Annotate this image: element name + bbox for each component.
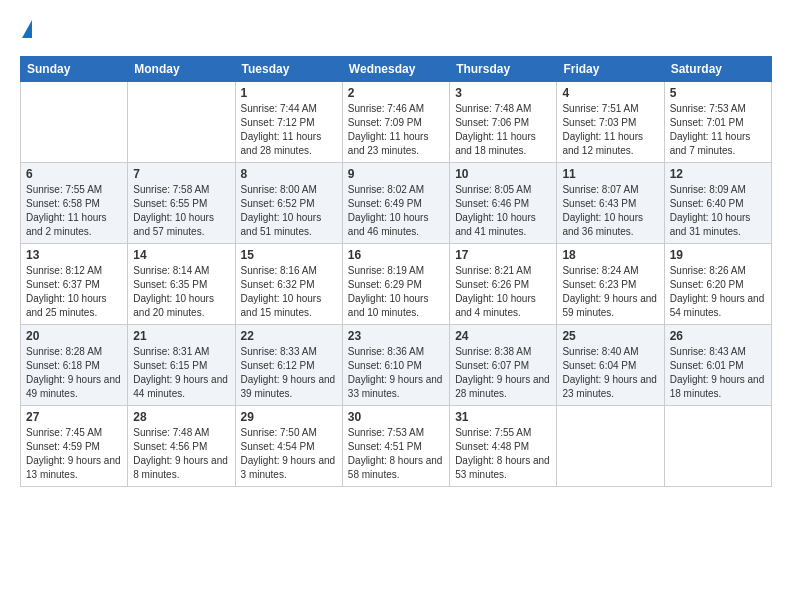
calendar-day-cell: 18Sunrise: 8:24 AMSunset: 6:23 PMDayligh…: [557, 244, 664, 325]
day-number: 7: [133, 167, 229, 181]
day-info: Sunrise: 7:58 AMSunset: 6:55 PMDaylight:…: [133, 183, 229, 239]
day-number: 12: [670, 167, 766, 181]
day-info: Sunrise: 7:55 AMSunset: 4:48 PMDaylight:…: [455, 426, 551, 482]
calendar-day-cell: 3Sunrise: 7:48 AMSunset: 7:06 PMDaylight…: [450, 82, 557, 163]
day-number: 17: [455, 248, 551, 262]
day-info: Sunrise: 7:55 AMSunset: 6:58 PMDaylight:…: [26, 183, 122, 239]
calendar-header-row: SundayMondayTuesdayWednesdayThursdayFrid…: [21, 57, 772, 82]
day-info: Sunrise: 8:36 AMSunset: 6:10 PMDaylight:…: [348, 345, 444, 401]
day-number: 1: [241, 86, 337, 100]
weekday-header: Friday: [557, 57, 664, 82]
day-number: 8: [241, 167, 337, 181]
calendar-day-cell: 9Sunrise: 8:02 AMSunset: 6:49 PMDaylight…: [342, 163, 449, 244]
calendar-day-cell: 23Sunrise: 8:36 AMSunset: 6:10 PMDayligh…: [342, 325, 449, 406]
calendar-day-cell: 22Sunrise: 8:33 AMSunset: 6:12 PMDayligh…: [235, 325, 342, 406]
calendar-day-cell: 28Sunrise: 7:48 AMSunset: 4:56 PMDayligh…: [128, 406, 235, 487]
day-number: 13: [26, 248, 122, 262]
weekday-header: Tuesday: [235, 57, 342, 82]
day-number: 2: [348, 86, 444, 100]
day-number: 30: [348, 410, 444, 424]
calendar-week-row: 20Sunrise: 8:28 AMSunset: 6:18 PMDayligh…: [21, 325, 772, 406]
day-number: 18: [562, 248, 658, 262]
day-info: Sunrise: 7:53 AMSunset: 4:51 PMDaylight:…: [348, 426, 444, 482]
page-header: [20, 20, 772, 40]
day-info: Sunrise: 7:48 AMSunset: 4:56 PMDaylight:…: [133, 426, 229, 482]
day-info: Sunrise: 7:46 AMSunset: 7:09 PMDaylight:…: [348, 102, 444, 158]
day-number: 15: [241, 248, 337, 262]
calendar-day-cell: 7Sunrise: 7:58 AMSunset: 6:55 PMDaylight…: [128, 163, 235, 244]
day-number: 19: [670, 248, 766, 262]
day-info: Sunrise: 8:16 AMSunset: 6:32 PMDaylight:…: [241, 264, 337, 320]
day-info: Sunrise: 8:31 AMSunset: 6:15 PMDaylight:…: [133, 345, 229, 401]
calendar-day-cell: 20Sunrise: 8:28 AMSunset: 6:18 PMDayligh…: [21, 325, 128, 406]
day-info: Sunrise: 8:19 AMSunset: 6:29 PMDaylight:…: [348, 264, 444, 320]
calendar-day-cell: 5Sunrise: 7:53 AMSunset: 7:01 PMDaylight…: [664, 82, 771, 163]
calendar-day-cell: 30Sunrise: 7:53 AMSunset: 4:51 PMDayligh…: [342, 406, 449, 487]
day-number: 28: [133, 410, 229, 424]
calendar-day-cell: 19Sunrise: 8:26 AMSunset: 6:20 PMDayligh…: [664, 244, 771, 325]
logo-triangle-icon: [22, 20, 32, 38]
calendar-day-cell: 14Sunrise: 8:14 AMSunset: 6:35 PMDayligh…: [128, 244, 235, 325]
day-number: 6: [26, 167, 122, 181]
day-info: Sunrise: 8:02 AMSunset: 6:49 PMDaylight:…: [348, 183, 444, 239]
weekday-header: Saturday: [664, 57, 771, 82]
day-number: 5: [670, 86, 766, 100]
calendar-day-cell: 17Sunrise: 8:21 AMSunset: 6:26 PMDayligh…: [450, 244, 557, 325]
calendar-day-cell: 16Sunrise: 8:19 AMSunset: 6:29 PMDayligh…: [342, 244, 449, 325]
logo: [20, 20, 32, 40]
calendar-day-cell: 10Sunrise: 8:05 AMSunset: 6:46 PMDayligh…: [450, 163, 557, 244]
calendar-day-cell: 29Sunrise: 7:50 AMSunset: 4:54 PMDayligh…: [235, 406, 342, 487]
weekday-header: Thursday: [450, 57, 557, 82]
weekday-header: Wednesday: [342, 57, 449, 82]
day-info: Sunrise: 8:14 AMSunset: 6:35 PMDaylight:…: [133, 264, 229, 320]
day-info: Sunrise: 7:45 AMSunset: 4:59 PMDaylight:…: [26, 426, 122, 482]
calendar-week-row: 6Sunrise: 7:55 AMSunset: 6:58 PMDaylight…: [21, 163, 772, 244]
calendar-day-cell: [21, 82, 128, 163]
day-info: Sunrise: 8:43 AMSunset: 6:01 PMDaylight:…: [670, 345, 766, 401]
day-number: 3: [455, 86, 551, 100]
day-number: 21: [133, 329, 229, 343]
calendar-week-row: 13Sunrise: 8:12 AMSunset: 6:37 PMDayligh…: [21, 244, 772, 325]
calendar-day-cell: 25Sunrise: 8:40 AMSunset: 6:04 PMDayligh…: [557, 325, 664, 406]
day-number: 26: [670, 329, 766, 343]
calendar-week-row: 27Sunrise: 7:45 AMSunset: 4:59 PMDayligh…: [21, 406, 772, 487]
calendar-table: SundayMondayTuesdayWednesdayThursdayFrid…: [20, 56, 772, 487]
calendar-day-cell: 26Sunrise: 8:43 AMSunset: 6:01 PMDayligh…: [664, 325, 771, 406]
calendar-day-cell: 6Sunrise: 7:55 AMSunset: 6:58 PMDaylight…: [21, 163, 128, 244]
calendar-day-cell: 4Sunrise: 7:51 AMSunset: 7:03 PMDaylight…: [557, 82, 664, 163]
calendar-day-cell: 11Sunrise: 8:07 AMSunset: 6:43 PMDayligh…: [557, 163, 664, 244]
day-info: Sunrise: 8:28 AMSunset: 6:18 PMDaylight:…: [26, 345, 122, 401]
day-info: Sunrise: 7:50 AMSunset: 4:54 PMDaylight:…: [241, 426, 337, 482]
calendar-day-cell: 12Sunrise: 8:09 AMSunset: 6:40 PMDayligh…: [664, 163, 771, 244]
calendar-day-cell: 27Sunrise: 7:45 AMSunset: 4:59 PMDayligh…: [21, 406, 128, 487]
day-info: Sunrise: 8:12 AMSunset: 6:37 PMDaylight:…: [26, 264, 122, 320]
day-number: 4: [562, 86, 658, 100]
day-number: 27: [26, 410, 122, 424]
day-number: 11: [562, 167, 658, 181]
calendar-day-cell: [664, 406, 771, 487]
day-number: 10: [455, 167, 551, 181]
day-info: Sunrise: 7:48 AMSunset: 7:06 PMDaylight:…: [455, 102, 551, 158]
day-info: Sunrise: 8:38 AMSunset: 6:07 PMDaylight:…: [455, 345, 551, 401]
day-info: Sunrise: 7:51 AMSunset: 7:03 PMDaylight:…: [562, 102, 658, 158]
day-info: Sunrise: 8:33 AMSunset: 6:12 PMDaylight:…: [241, 345, 337, 401]
calendar-day-cell: [557, 406, 664, 487]
day-number: 16: [348, 248, 444, 262]
day-info: Sunrise: 8:07 AMSunset: 6:43 PMDaylight:…: [562, 183, 658, 239]
day-info: Sunrise: 8:00 AMSunset: 6:52 PMDaylight:…: [241, 183, 337, 239]
calendar-day-cell: 21Sunrise: 8:31 AMSunset: 6:15 PMDayligh…: [128, 325, 235, 406]
day-number: 25: [562, 329, 658, 343]
day-number: 14: [133, 248, 229, 262]
calendar-day-cell: [128, 82, 235, 163]
calendar-day-cell: 24Sunrise: 8:38 AMSunset: 6:07 PMDayligh…: [450, 325, 557, 406]
calendar-day-cell: 1Sunrise: 7:44 AMSunset: 7:12 PMDaylight…: [235, 82, 342, 163]
day-number: 29: [241, 410, 337, 424]
day-number: 20: [26, 329, 122, 343]
day-number: 24: [455, 329, 551, 343]
weekday-header: Monday: [128, 57, 235, 82]
day-info: Sunrise: 8:21 AMSunset: 6:26 PMDaylight:…: [455, 264, 551, 320]
day-number: 23: [348, 329, 444, 343]
calendar-day-cell: 8Sunrise: 8:00 AMSunset: 6:52 PMDaylight…: [235, 163, 342, 244]
weekday-header: Sunday: [21, 57, 128, 82]
calendar-day-cell: 13Sunrise: 8:12 AMSunset: 6:37 PMDayligh…: [21, 244, 128, 325]
